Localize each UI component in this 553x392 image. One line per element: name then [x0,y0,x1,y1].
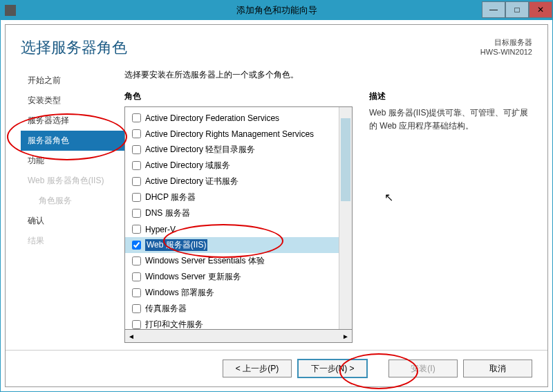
maximize-button[interactable]: □ [505,1,529,18]
cancel-button[interactable]: 取消 [463,360,532,377]
role-row[interactable]: Web 服务器(IIS) [125,237,339,253]
role-checkbox[interactable] [132,113,141,122]
description-text: Web 服务器(IIS)提供可靠、可管理、可扩展的 Web 应用程序基础结构。 [369,106,532,133]
role-label: Active Directory Rights Management Servi… [145,129,314,139]
role-row[interactable]: 传真服务器 [125,301,339,317]
roles-scroll-area: Active Directory Federation ServicesActi… [125,107,339,329]
role-row[interactable]: DNS 服务器 [125,205,339,221]
description-header: 描述 [369,91,532,106]
nav-step-3[interactable]: 服务器角色 [21,131,124,151]
role-checkbox[interactable] [132,177,141,186]
role-label: DNS 服务器 [145,207,190,219]
nav-step-6: 角色服务 [21,191,124,211]
role-row[interactable]: Active Directory Federation Services [125,110,339,126]
role-label: 传真服务器 [145,303,187,315]
role-row[interactable]: Windows Server 更新服务 [125,269,339,285]
role-label: Web 服务器(IIS) [145,239,207,251]
role-checkbox[interactable] [132,320,141,329]
role-checkbox[interactable] [132,193,141,202]
role-row[interactable]: Active Directory 轻型目录服务 [125,142,339,158]
page-title: 选择服务器角色 [21,37,127,58]
hscroll-left-icon[interactable]: ◄ [125,333,138,340]
instruction-text: 选择要安装在所选服务器上的一个或多个角色。 [124,64,532,91]
role-label: Hyper-V [145,225,176,234]
role-checkbox[interactable] [132,209,141,218]
roles-column: 角色 Active Directory Federation ServicesA… [124,91,353,343]
main-area: 选择要安装在所选服务器上的一个或多个角色。 角色 Active Director… [124,64,532,343]
role-label: Active Directory 域服务 [145,160,230,171]
role-checkbox[interactable] [132,304,141,313]
nav-step-2[interactable]: 服务器选择 [21,111,124,131]
install-button[interactable]: 安装(I) [388,360,458,377]
window-controls: — □ ✕ [482,3,552,18]
nav-step-7[interactable]: 确认 [21,211,124,231]
role-checkbox[interactable] [132,288,141,297]
nav-step-1[interactable]: 安装类型 [21,91,124,111]
titlebar: 添加角色和功能向导 — □ ✕ [1,1,552,20]
previous-button[interactable]: < 上一步(P) [223,360,292,377]
scrollbar-thumb[interactable] [341,118,350,201]
role-row[interactable]: DHCP 服务器 [125,189,339,205]
wizard-nav: 开始之前安装类型服务器选择服务器角色功能Web 服务器角色(IIS)角色服务确认… [21,64,124,343]
role-label: DHCP 服务器 [145,192,196,203]
role-row[interactable]: Hyper-V [125,221,339,237]
wizard-footer: < 上一步(P) 下一步(N) > 安装(I) 取消 [6,350,547,386]
description-column: 描述 Web 服务器(IIS)提供可靠、可管理、可扩展的 Web 应用程序基础结… [353,91,532,343]
wizard-body: 开始之前安装类型服务器选择服务器角色功能Web 服务器角色(IIS)角色服务确认… [6,64,547,350]
role-label: Active Directory Federation Services [145,113,279,123]
main-columns: 角色 Active Directory Federation ServicesA… [124,91,532,343]
minimize-button[interactable]: — [482,1,505,18]
role-checkbox[interactable] [132,225,141,234]
wizard-window: 添加角色和功能向导 — □ ✕ 选择服务器角色 目标服务器 HWS-WIN201… [0,0,553,392]
role-checkbox[interactable] [132,161,141,170]
header-row: 选择服务器角色 目标服务器 HWS-WIN2012 [6,25,547,64]
role-label: 打印和文件服务 [145,319,203,329]
role-label: Windows Server Essentials 体验 [145,255,265,267]
window-title: 添加角色和功能向导 [236,4,317,17]
next-button[interactable]: 下一步(N) > [297,359,368,378]
nav-step-4[interactable]: 功能 [21,151,124,171]
role-checkbox[interactable] [132,272,141,281]
target-server-box: 目标服务器 HWS-WIN2012 [480,37,532,56]
role-row[interactable]: Active Directory 域服务 [125,158,339,174]
hscroll-right-icon[interactable]: ► [339,333,352,340]
wizard-inner: 选择服务器角色 目标服务器 HWS-WIN2012 开始之前安装类型服务器选择服… [5,24,548,387]
horizontal-scrollbar[interactable]: ◄ ► [124,330,353,343]
role-row[interactable]: 打印和文件服务 [125,317,339,329]
target-server-name: HWS-WIN2012 [480,48,532,56]
role-checkbox[interactable] [132,241,141,250]
nav-step-5: Web 服务器角色(IIS) [21,171,124,191]
app-icon [5,5,16,16]
role-checkbox[interactable] [132,256,141,265]
roles-list: Active Directory Federation ServicesActi… [125,107,339,329]
roles-listbox[interactable]: Active Directory Federation ServicesActi… [124,106,353,330]
role-row[interactable]: Windows Server Essentials 体验 [125,253,339,269]
role-label: Active Directory 轻型目录服务 [145,144,255,156]
role-label: Windows 部署服务 [145,287,214,299]
close-button[interactable]: ✕ [529,1,552,18]
roles-header: 角色 [124,91,353,106]
role-checkbox[interactable] [132,145,141,154]
vertical-scrollbar[interactable] [339,107,352,329]
role-row[interactable]: Active Directory 证书服务 [125,174,339,189]
role-label: Windows Server 更新服务 [145,271,241,283]
nav-step-0[interactable]: 开始之前 [21,71,124,91]
role-label: Active Directory 证书服务 [145,176,238,187]
role-row[interactable]: Windows 部署服务 [125,285,339,301]
role-row[interactable]: Active Directory Rights Management Servi… [125,126,339,142]
target-server-label: 目标服务器 [480,37,532,48]
role-checkbox[interactable] [132,129,141,138]
nav-step-8: 结果 [21,231,124,251]
